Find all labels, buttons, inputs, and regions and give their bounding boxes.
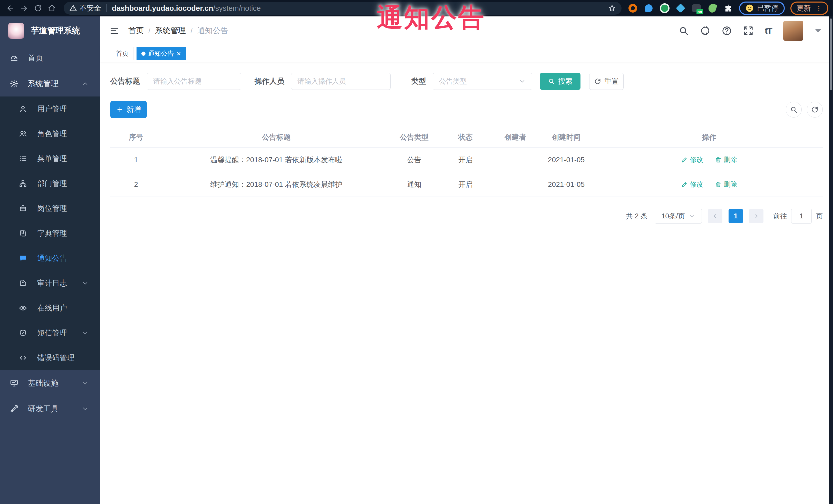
sidebar-item-user-mgmt[interactable]: 用户管理 xyxy=(0,96,100,121)
edit-link[interactable]: 修改 xyxy=(681,180,703,189)
sidebar-item-home[interactable]: 首页 xyxy=(0,45,100,71)
breadcrumb-system[interactable]: 系统管理 xyxy=(155,25,186,36)
type-filter-label: 类型 xyxy=(411,76,426,87)
operator-filter-input[interactable]: 请输入操作人员 xyxy=(291,73,390,90)
refresh-icon xyxy=(594,78,601,85)
delete-label: 删除 xyxy=(724,155,737,164)
extension-switch-icon[interactable]: on xyxy=(691,3,701,13)
title-filter-input[interactable]: 请输入公告标题 xyxy=(147,73,241,90)
search-icon xyxy=(790,106,798,114)
refresh-table-button[interactable] xyxy=(807,102,823,118)
avatar-caret-icon[interactable] xyxy=(815,29,821,32)
sidebar-item-role-mgmt[interactable]: 角色管理 xyxy=(0,121,100,146)
browser-back-icon[interactable] xyxy=(5,3,16,14)
breadcrumb-home[interactable]: 首页 xyxy=(128,25,144,36)
briefcase-icon xyxy=(19,205,27,213)
address-bar[interactable]: 不安全 dashboard.yudao.iocoder.cn/system/no… xyxy=(64,2,622,15)
edit-label: 修改 xyxy=(690,180,703,189)
sub-item-label: 岗位管理 xyxy=(37,203,67,214)
chevron-up-icon xyxy=(81,80,89,87)
extensions-puzzle-icon[interactable] xyxy=(723,3,733,13)
delete-link[interactable]: 删除 xyxy=(715,155,737,164)
wrench-icon xyxy=(10,404,19,413)
extension-green-icon[interactable] xyxy=(660,3,670,13)
sidebar-item-errorcode-mgmt[interactable]: 错误码管理 xyxy=(0,345,100,370)
title-placeholder: 请输入公告标题 xyxy=(153,77,202,86)
add-button[interactable]: 新增 xyxy=(110,101,147,118)
list-icon xyxy=(19,155,27,163)
title-filter-label: 公告标题 xyxy=(110,76,140,87)
security-warning[interactable]: 不安全 xyxy=(69,3,101,13)
type-select[interactable]: 公告类型 xyxy=(433,73,532,90)
app-logo-row[interactable]: 芋道管理系统 xyxy=(0,17,100,45)
page-size-label: 10条/页 xyxy=(661,212,685,221)
sub-item-label: 错误码管理 xyxy=(37,353,74,363)
browser-menu-icon[interactable] xyxy=(815,5,822,11)
security-label: 不安全 xyxy=(79,3,101,13)
cell-title: 温馨提醒：2018-07-01 若依新版本发布啦 xyxy=(162,148,391,172)
page-number-1[interactable]: 1 xyxy=(729,209,743,223)
hamburger-icon[interactable] xyxy=(109,26,120,36)
pencil-icon xyxy=(681,157,688,163)
chevron-left-icon xyxy=(712,213,718,219)
prev-page-button[interactable] xyxy=(708,209,722,223)
sidebar-item-audit-log[interactable]: 审计日志 xyxy=(0,271,100,296)
emoji-avatar-icon xyxy=(745,4,754,13)
goto-page-input[interactable] xyxy=(791,209,812,223)
header-search-icon[interactable] xyxy=(679,26,689,36)
tag-notice-active[interactable]: 通知公告 xyxy=(137,47,186,60)
extension-leaf-icon[interactable] xyxy=(707,3,717,13)
reset-button[interactable]: 重置 xyxy=(589,73,624,90)
cell-status: 开启 xyxy=(437,172,494,197)
cell-type: 通知 xyxy=(391,172,437,197)
browser-forward-icon[interactable] xyxy=(19,3,30,14)
tag-label: 通知公告 xyxy=(148,49,174,58)
sidebar-item-dept-mgmt[interactable]: 部门管理 xyxy=(0,171,100,196)
sidebar-item-devtools[interactable]: 研发工具 xyxy=(0,396,100,422)
sidebar-item-post-mgmt[interactable]: 岗位管理 xyxy=(0,196,100,221)
sidebar-item-notice[interactable]: 通知公告 xyxy=(0,246,100,271)
page-size-select[interactable]: 10条/页 xyxy=(654,209,702,223)
notice-table: 序号 公告标题 公告类型 状态 创建者 创建时间 操作 1 温馨提醒：2018-… xyxy=(110,127,823,197)
sidebar-item-menu-mgmt[interactable]: 菜单管理 xyxy=(0,146,100,171)
fullscreen-icon[interactable] xyxy=(743,26,754,36)
browser-home-icon[interactable] xyxy=(46,3,57,14)
edit-link[interactable]: 修改 xyxy=(681,155,703,164)
dashboard-icon xyxy=(10,54,19,62)
toggle-search-button[interactable] xyxy=(786,102,802,118)
browser-reload-icon[interactable] xyxy=(32,3,44,14)
user-avatar[interactable] xyxy=(783,21,803,41)
sidebar-item-infra[interactable]: 基础设施 xyxy=(0,370,100,396)
profile-paused-badge[interactable]: 已暂停 xyxy=(739,2,785,15)
cell-status: 开启 xyxy=(437,148,494,172)
cell-creator xyxy=(494,148,537,172)
bookmark-star-icon[interactable] xyxy=(608,4,616,12)
tag-home[interactable]: 首页 xyxy=(111,47,134,60)
close-icon[interactable] xyxy=(176,51,182,56)
sidebar-item-sms-mgmt[interactable]: 短信管理 xyxy=(0,320,100,345)
cell-type: 公告 xyxy=(391,148,437,172)
cell-created: 2021-01-05 xyxy=(537,148,596,172)
delete-link[interactable]: 删除 xyxy=(715,180,737,189)
breadcrumb: 首页 / 系统管理 / 通知公告 xyxy=(128,25,228,36)
chevron-down-icon xyxy=(81,380,89,387)
sidebar-item-dict-mgmt[interactable]: 字典管理 xyxy=(0,221,100,246)
app-title: 芋道管理系统 xyxy=(31,25,80,37)
browser-update-button[interactable]: 更新 xyxy=(790,2,828,15)
warning-icon xyxy=(69,4,77,12)
help-icon[interactable] xyxy=(722,26,732,36)
operator-placeholder: 请输入操作人员 xyxy=(298,77,346,86)
extension-orange-icon[interactable] xyxy=(628,3,638,13)
scrollbar-thumb[interactable] xyxy=(830,19,832,90)
next-page-button[interactable] xyxy=(749,209,763,223)
search-button[interactable]: 搜索 xyxy=(540,73,580,90)
github-icon[interactable] xyxy=(700,26,710,36)
font-size-icon[interactable]: tT xyxy=(765,26,772,36)
sidebar-item-system[interactable]: 系统管理 xyxy=(0,71,100,96)
page-scrollbar[interactable] xyxy=(829,17,833,504)
sub-item-label: 角色管理 xyxy=(37,129,67,139)
tags-view-bar: 首页 通知公告 xyxy=(100,45,833,62)
extension-pin-icon[interactable] xyxy=(644,3,654,13)
extension-diamond-icon[interactable] xyxy=(675,3,686,13)
sidebar-item-online-users[interactable]: 在线用户 xyxy=(0,296,100,320)
